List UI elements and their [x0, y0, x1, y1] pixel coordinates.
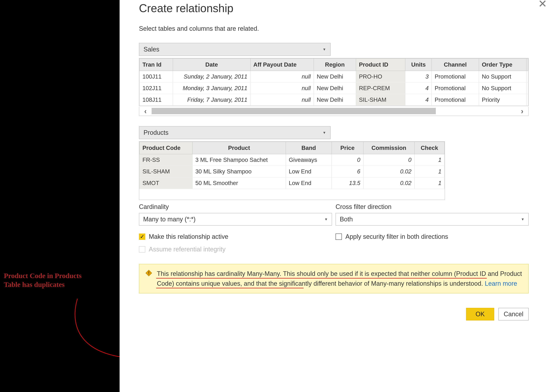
- th-region[interactable]: Region: [314, 58, 356, 71]
- warning-banner: ! This relationship has cardinality Many…: [139, 264, 529, 294]
- ok-button[interactable]: OK: [466, 308, 494, 321]
- th-check[interactable]: Check: [415, 142, 444, 154]
- make-active-checkbox[interactable]: ✓ Make this relationship active: [139, 233, 332, 240]
- th-date[interactable]: Date: [173, 58, 250, 71]
- caret-down-icon: ▼: [323, 131, 326, 135]
- warning-text: This relationship has cardinality Many-M…: [157, 269, 522, 288]
- caret-down-icon: ▼: [324, 217, 328, 221]
- th-band[interactable]: Band: [286, 142, 332, 154]
- table1-hscrollbar[interactable]: ‹ ›: [139, 107, 529, 116]
- scroll-thumb[interactable]: [151, 108, 436, 114]
- make-active-label: Make this relationship active: [149, 233, 228, 240]
- table-row[interactable]: SMOT 50 ML Smoother Low End 13.5 0.02 1: [139, 177, 444, 189]
- dialog-button-row: OK Cancel: [139, 308, 529, 321]
- scroll-track[interactable]: [151, 107, 516, 116]
- create-relationship-dialog: ✕ Create relationship Select tables and …: [120, 0, 548, 392]
- th-tranid[interactable]: Tran Id: [139, 58, 173, 71]
- apply-security-label: Apply security filter in both directions: [346, 233, 448, 240]
- th-productcode[interactable]: Product Code: [139, 142, 192, 154]
- products-table: Product Code Product Band Price Commissi…: [139, 142, 445, 200]
- checkbox-icon: [139, 246, 145, 252]
- table-row[interactable]: FR-SS 3 ML Free Shampoo Sachet Giveaways…: [139, 154, 444, 166]
- sales-table: Tran Id Date Aff Payout Date Region Prod…: [139, 58, 528, 106]
- learn-more-link[interactable]: Learn more: [485, 280, 517, 287]
- th-price[interactable]: Price: [332, 142, 363, 154]
- table-row[interactable]: 102J11 Monday, 3 January, 2011 null New …: [139, 82, 528, 94]
- crossfilter-value: Both: [340, 216, 353, 223]
- checkbox-icon: ✓: [139, 233, 145, 240]
- th-units[interactable]: Units: [405, 58, 432, 71]
- cardinality-label: Cardinality: [139, 203, 332, 210]
- warning-icon: !: [145, 270, 152, 277]
- crossfilter-select[interactable]: Both ▼: [336, 213, 529, 226]
- table-row-blank: [139, 189, 444, 199]
- cardinality-value: Many to many (*:*): [143, 216, 195, 223]
- checkbox-icon: [336, 233, 342, 240]
- annotation-text: Product Code in Products Table has dupli…: [4, 272, 116, 289]
- annotation-underline: [156, 278, 487, 279]
- table2-select[interactable]: Products ▼: [139, 126, 331, 139]
- th-productid[interactable]: Product ID: [356, 58, 405, 71]
- table-row[interactable]: 108J11 Friday, 7 January, 2011 null New …: [139, 94, 528, 105]
- table1-preview: Tran Id Date Aff Payout Date Region Prod…: [139, 58, 529, 106]
- table2-preview: Product Code Product Band Price Commissi…: [139, 141, 445, 200]
- annotation-underline: [156, 288, 303, 288]
- dialog-subtitle: Select tables and columns that are relat…: [139, 25, 529, 32]
- table-row[interactable]: 100J11 Sunday, 2 January, 2011 null New …: [139, 71, 528, 82]
- left-black-margin: [0, 0, 120, 392]
- apply-security-checkbox[interactable]: Apply security filter in both directions: [336, 233, 529, 240]
- caret-down-icon: ▼: [521, 217, 524, 221]
- th-aff[interactable]: Aff Payout Date: [250, 58, 314, 71]
- annotation-bold-1: Product Code: [4, 272, 45, 280]
- th-product[interactable]: Product: [192, 142, 286, 154]
- annotation-bold-2: duplicates: [34, 280, 65, 288]
- scroll-left-icon[interactable]: ‹: [139, 107, 151, 116]
- scroll-right-icon[interactable]: ›: [516, 107, 528, 116]
- table1-select[interactable]: Sales ▼: [139, 43, 331, 56]
- cardinality-select[interactable]: Many to many (*:*) ▼: [139, 213, 332, 226]
- assume-referential-label: Assume referential integrity: [149, 246, 225, 253]
- th-overflow: [526, 58, 528, 71]
- crossfilter-label: Cross filter direction: [336, 203, 529, 210]
- th-commission[interactable]: Commission: [363, 142, 415, 154]
- table-row[interactable]: SIL-SHAM 30 ML Silky Shampoo Low End 6 0…: [139, 166, 444, 177]
- cancel-button[interactable]: Cancel: [498, 308, 529, 321]
- caret-down-icon: ▼: [323, 48, 326, 51]
- th-channel[interactable]: Channel: [432, 58, 479, 71]
- dialog-title: Create relationship: [139, 2, 529, 15]
- assume-referential-checkbox: Assume referential integrity: [139, 246, 332, 253]
- table1-select-value: Sales: [144, 46, 159, 53]
- table2-select-value: Products: [144, 129, 168, 136]
- svg-text:!: !: [148, 270, 150, 275]
- th-ordertype[interactable]: Order Type: [479, 58, 526, 71]
- close-icon[interactable]: ✕: [538, 0, 547, 10]
